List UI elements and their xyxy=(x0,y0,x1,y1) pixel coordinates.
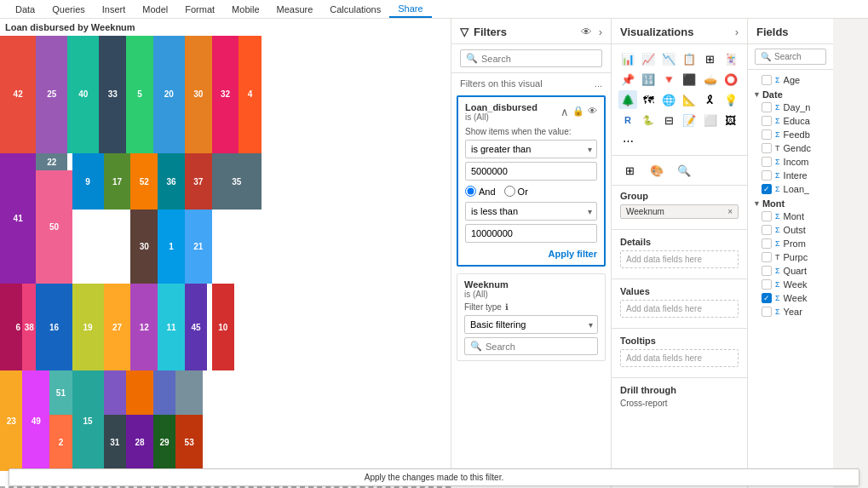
viz-icon-line[interactable]: 📈 xyxy=(639,49,658,68)
field-item[interactable]: Σ Prom xyxy=(753,237,828,250)
viz-tooltips-title[interactable]: Tooltips xyxy=(620,336,739,346)
viz-details-title[interactable]: Details xyxy=(620,237,739,247)
tab-data[interactable]: Data xyxy=(7,2,43,17)
loan-filter-lock-icon[interactable]: 🔒 xyxy=(572,106,584,118)
treemap-cell[interactable]: 16 xyxy=(36,284,72,370)
viz-drillthrough-title[interactable]: Drill through xyxy=(620,385,739,395)
field-item[interactable]: Σ Year xyxy=(753,305,828,319)
treemap-cell[interactable]: 52 xyxy=(130,153,158,210)
field-checkbox[interactable] xyxy=(762,129,772,140)
treemap-cell[interactable]: 11 xyxy=(158,284,185,370)
and-radio-label[interactable]: And xyxy=(465,186,496,197)
tab-format[interactable]: Format xyxy=(176,2,223,17)
treemap-cell[interactable]: 31 xyxy=(104,415,126,471)
treemap-cell[interactable]: 30 xyxy=(130,210,158,284)
treemap-cell[interactable]: 20 xyxy=(153,36,185,153)
field-item[interactable]: T Purpc xyxy=(753,250,828,264)
treemap-cell[interactable]: 30 xyxy=(185,36,212,153)
treemap-cell[interactable]: 53 xyxy=(175,415,203,471)
field-checkbox[interactable] xyxy=(762,157,772,167)
field-item[interactable]: Σ Educa xyxy=(753,114,828,128)
filters-more-button[interactable]: ... xyxy=(595,78,602,89)
viz-icon-ai-insights[interactable]: 💡 xyxy=(721,90,740,109)
field-item[interactable]: Σ Intere xyxy=(753,169,828,182)
weeknum-search-box[interactable]: 🔍 xyxy=(464,337,598,355)
viz-icon-py[interactable]: 🐍 xyxy=(639,111,658,129)
loan-filter-collapse-icon[interactable]: ∧ xyxy=(560,106,569,118)
weeknum-search-input[interactable] xyxy=(486,342,592,352)
field-checkbox[interactable] xyxy=(762,211,772,221)
field-checkbox[interactable] xyxy=(762,225,772,235)
viz-icon-waterfall[interactable]: 📐 xyxy=(680,90,698,109)
treemap-cell[interactable]: 35 xyxy=(212,153,262,210)
treemap-cell[interactable]: 2 xyxy=(49,415,72,471)
condition2-operator-select[interactable]: is less than is greater than is equal to xyxy=(465,202,597,221)
tab-share[interactable]: Share xyxy=(389,1,431,18)
treemap-cell[interactable]: 21 xyxy=(185,210,212,284)
loan-filter-eye-icon[interactable]: 👁 xyxy=(588,106,597,118)
treemap-cell[interactable]: 33 xyxy=(99,36,126,153)
viz-icon-pie[interactable]: 🥧 xyxy=(701,70,720,89)
treemap-cell[interactable]: 36 xyxy=(158,153,185,210)
viz-icon-card[interactable]: 🃏 xyxy=(721,49,740,68)
field-item[interactable]: Σ Day_n xyxy=(753,100,828,114)
treemap-cell[interactable]: 42 xyxy=(0,36,36,153)
field-item[interactable]: ✓ Σ Loan_ xyxy=(753,182,828,196)
field-checkbox[interactable] xyxy=(762,170,772,181)
treemap-cell[interactable]: 15 xyxy=(72,370,104,471)
fields-search-input[interactable] xyxy=(774,52,820,61)
field-checkbox[interactable] xyxy=(762,252,772,262)
field-checkbox[interactable]: ✓ xyxy=(762,184,772,194)
treemap-cell[interactable]: 12 xyxy=(130,284,158,370)
viz-icon-gauge[interactable]: 🔢 xyxy=(639,70,658,89)
field-item[interactable]: ✓ Σ Week xyxy=(753,291,828,305)
condition1-operator-select[interactable]: is greater than is less than is equal to… xyxy=(465,140,597,158)
or-radio[interactable] xyxy=(504,186,515,197)
field-checkbox[interactable] xyxy=(762,116,772,126)
viz-icon-shape[interactable]: ⬜ xyxy=(701,111,720,129)
treemap-cell[interactable]: 19 xyxy=(72,284,104,370)
viz-icon-funnel[interactable]: 🔻 xyxy=(659,70,678,89)
treemap-cell[interactable]: 22 xyxy=(36,153,67,170)
field-checkbox[interactable] xyxy=(762,238,772,249)
apply-filter-button[interactable]: Apply filter xyxy=(549,249,597,259)
viz-icon-scatter[interactable]: ⬛ xyxy=(680,70,698,89)
treemap-cell[interactable]: 10 xyxy=(212,284,234,370)
field-item[interactable]: Σ Incom xyxy=(753,155,828,169)
condition1-value-input[interactable] xyxy=(465,162,597,181)
viz-format-paint-icon[interactable]: 🎨 xyxy=(646,159,668,181)
field-group-item[interactable]: ▼ Mont xyxy=(753,196,828,210)
treemap-cell[interactable]: 49 xyxy=(22,370,49,471)
viz-icon-filled-map[interactable]: 🌐 xyxy=(659,90,678,109)
treemap-cell[interactable]: 45 xyxy=(185,284,207,370)
filter-eye-icon[interactable]: 👁 xyxy=(581,26,592,38)
condition2-value-input[interactable] xyxy=(465,224,597,243)
field-item[interactable]: Σ Age xyxy=(753,73,828,87)
treemap-cell[interactable]: 29 xyxy=(153,415,175,471)
filters-search-input[interactable] xyxy=(481,54,596,64)
treemap-cell[interactable]: 40 xyxy=(67,36,99,153)
viz-icon-treemap[interactable]: 🌲 xyxy=(618,90,637,109)
treemap-cell[interactable]: 50 xyxy=(36,170,72,284)
field-checkbox[interactable] xyxy=(762,143,772,153)
field-item[interactable]: T Gendc xyxy=(753,141,828,155)
field-item[interactable]: Σ Outst xyxy=(753,223,828,237)
viz-icon-image[interactable]: 🖼 xyxy=(721,111,740,129)
viz-tooltips-drop[interactable]: Add data fields here xyxy=(620,349,739,367)
viz-icon-map[interactable]: 🗺 xyxy=(639,90,658,109)
field-checkbox[interactable]: ✓ xyxy=(762,293,772,303)
viz-details-drop[interactable]: Add data fields here xyxy=(620,250,739,268)
viz-icon-bar[interactable]: 📊 xyxy=(618,49,637,68)
treemap-cell[interactable]: 4 xyxy=(239,36,261,153)
viz-group-field-remove[interactable]: × xyxy=(727,207,733,216)
treemap-cell[interactable]: 23 xyxy=(0,370,22,471)
viz-icon-text[interactable]: 📝 xyxy=(680,111,698,129)
viz-analytics-icon[interactable]: 🔍 xyxy=(673,159,695,181)
treemap-cell[interactable]: 1 xyxy=(158,210,185,284)
treemap-cell[interactable]: 9 xyxy=(72,153,104,210)
treemap-cell[interactable]: 27 xyxy=(104,284,131,370)
viz-group-title[interactable]: Group xyxy=(620,191,739,201)
viz-values-title[interactable]: Values xyxy=(620,286,739,296)
treemap-cell[interactable]: 28 xyxy=(126,415,153,471)
viz-icon-r[interactable]: R xyxy=(618,111,637,129)
